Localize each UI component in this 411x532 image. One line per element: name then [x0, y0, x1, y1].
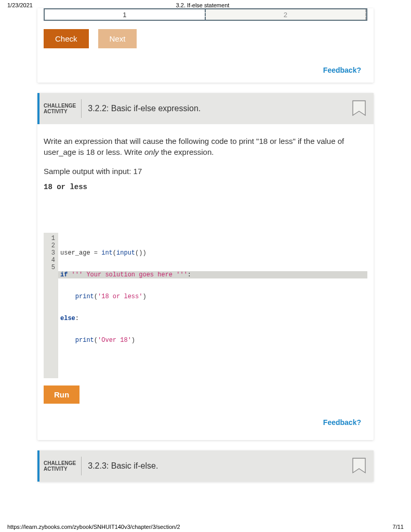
- code-line-1[interactable]: user_age = int(input()): [58, 249, 367, 257]
- activity-header: CHALLENGE ACTIVITY 3.2.2: Basic if-else …: [37, 93, 374, 124]
- gutter-line: 5: [44, 264, 58, 271]
- activity-badge-line2: ACTIVITY: [44, 109, 76, 115]
- sample-output: 18 or less: [44, 183, 367, 191]
- challenge-activity-323: CHALLENGE ACTIVITY 3.2.3: Basic if-else.: [37, 450, 374, 482]
- activity-badge-line2: ACTIVITY: [44, 466, 76, 472]
- activity-title: 3.2.3: Basic if-else.: [88, 461, 352, 471]
- bookmark-icon[interactable]: [352, 457, 366, 475]
- footer-page-number: 7/11: [393, 524, 404, 530]
- gutter-line: 1: [44, 235, 58, 242]
- tab-bar: 1 2: [44, 8, 367, 21]
- gutter-line: 2: [44, 242, 58, 249]
- problem-text: Write an expression that will cause the …: [44, 136, 367, 157]
- code-editor[interactable]: 1 2 3 4 5 user_age = int(input()) if '''…: [44, 233, 367, 378]
- activity-badge-line1: CHALLENGE: [44, 460, 76, 467]
- check-button[interactable]: Check: [44, 29, 89, 48]
- footer-url: https://learn.zybooks.com/zybook/SNHUIT1…: [7, 524, 180, 530]
- gutter-line: 3: [44, 249, 58, 257]
- bookmark-icon[interactable]: [352, 100, 366, 117]
- code-content[interactable]: user_age = int(input()) if ''' Your solu…: [58, 233, 367, 378]
- code-line-4[interactable]: else:: [58, 315, 367, 322]
- challenge-activity-322: CHALLENGE ACTIVITY 3.2.2: Basic if-else …: [37, 93, 374, 440]
- gutter-line: 4: [44, 257, 58, 264]
- code-line-2[interactable]: if ''' Your solution goes here ''':: [58, 271, 367, 278]
- activity-title: 3.2.2: Basic if-else expression.: [88, 104, 352, 113]
- activity-badge-line1: CHALLENGE: [44, 103, 76, 109]
- page-title: 3.2. If-else statement: [176, 2, 230, 8]
- run-button[interactable]: Run: [44, 385, 79, 404]
- sample-output-label: Sample output with input: 17: [44, 167, 367, 176]
- feedback-link[interactable]: Feedback?: [44, 51, 367, 76]
- next-button[interactable]: Next: [98, 29, 137, 48]
- page-date: 1/23/2021: [7, 2, 33, 8]
- code-line-5[interactable]: print('Over 18'): [58, 337, 367, 344]
- code-gutter: 1 2 3 4 5: [44, 233, 58, 378]
- participation-activity-box: 1 2 Check Next Feedback?: [37, 8, 374, 83]
- code-line-3[interactable]: print('18 or less'): [58, 293, 367, 300]
- tab-1[interactable]: 1: [45, 9, 206, 20]
- tab-2[interactable]: 2: [206, 9, 367, 20]
- activity-header: CHALLENGE ACTIVITY 3.2.3: Basic if-else.: [37, 450, 374, 482]
- feedback-link[interactable]: Feedback?: [44, 404, 367, 429]
